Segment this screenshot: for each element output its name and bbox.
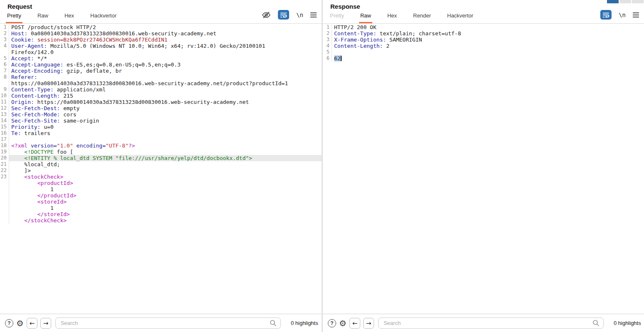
- request-panel: Request Pretty Raw Hex Hackvertor: [0, 0, 322, 332]
- code-line: </storeId>: [0, 211, 322, 217]
- settings-gear-icon[interactable]: ⚙: [339, 318, 347, 328]
- line-number: 16: [0, 130, 9, 136]
- code-line: 2Host: 0a080014030a3d378313238d00830016.…: [0, 30, 322, 37]
- response-search-input[interactable]: [378, 317, 604, 329]
- settings-gear-icon[interactable]: ⚙: [16, 318, 24, 328]
- response-tab-raw[interactable]: Raw: [359, 11, 372, 23]
- line-number: [0, 186, 9, 192]
- line-number: 22: [0, 167, 9, 174]
- previous-match-button[interactable]: ←: [27, 318, 37, 329]
- request-tabs: Pretty Raw Hex Hackvertor: [6, 11, 118, 23]
- next-match-button[interactable]: →: [363, 318, 374, 329]
- word-wrap-toggle-icon[interactable]: [278, 10, 289, 20]
- editor-menu-icon[interactable]: [310, 12, 317, 17]
- request-title: Request: [7, 3, 32, 10]
- line-number: 3: [323, 37, 332, 43]
- code-line: 13Sec-Fetch-Mode: cors: [0, 111, 322, 118]
- help-icon[interactable]: ?: [328, 319, 336, 327]
- response-title: Response: [330, 3, 360, 10]
- search-icon[interactable]: [592, 320, 599, 327]
- line-number: 23: [0, 174, 9, 180]
- code-line: 19 <!DOCTYPE foo [: [0, 149, 322, 155]
- code-line: 1: [0, 186, 322, 192]
- line-number: [0, 80, 9, 86]
- code-line: 3Cookie: session=Bzk8POzr2746JCWSHcbKQa6…: [0, 37, 322, 43]
- window-layout-segmented-control: [607, 0, 644, 3]
- code-line: https://0a080014030a3d378313238d00830016…: [0, 80, 322, 86]
- show-newlines-icon[interactable]: \n: [296, 12, 303, 18]
- line-number: 10: [0, 93, 9, 99]
- line-number: [0, 192, 9, 199]
- code-line: 4User-Agent: Mozilla/5.0 (Windows NT 10.…: [0, 43, 322, 49]
- request-tab-hackvertor[interactable]: Hackvertor: [89, 11, 118, 23]
- previous-match-button[interactable]: ←: [349, 318, 360, 329]
- code-line: Firefox/142.0: [0, 49, 322, 55]
- line-number: 19: [0, 149, 9, 155]
- response-editor-toolbar: \n: [600, 10, 639, 20]
- response-search-bar: ? ⚙ ← → 0 highlights: [323, 314, 644, 332]
- line-number: 3: [0, 37, 9, 43]
- response-editor[interactable]: 1HTTP/2 200 OK2Content-Type: text/plain;…: [323, 24, 644, 314]
- hide-content-eye-off-icon[interactable]: [262, 11, 271, 19]
- line-number: 2: [323, 30, 332, 37]
- line-number: 7: [0, 68, 9, 74]
- line-number: 12: [0, 105, 9, 111]
- response-tab-render[interactable]: Render: [412, 11, 432, 23]
- word-wrap-toggle-icon[interactable]: [600, 10, 612, 20]
- code-line: 3X-Frame-Options: SAMEORIGIN: [323, 37, 644, 43]
- code-line: 9Content-Type: application/xml: [0, 86, 322, 93]
- line-number: 13: [0, 111, 9, 118]
- code-line: 1HTTP/2 200 OK: [323, 24, 644, 30]
- line-number: 14: [0, 118, 9, 124]
- line-number: 6: [0, 61, 9, 68]
- response-tab-pretty[interactable]: Pretty: [329, 11, 345, 23]
- request-tab-pretty[interactable]: Pretty: [6, 11, 22, 23]
- request-tab-hex[interactable]: Hex: [63, 11, 75, 23]
- editor-menu-icon[interactable]: [633, 12, 639, 17]
- line-number: 15: [0, 124, 9, 130]
- line-number: 1: [0, 24, 9, 30]
- request-editor[interactable]: 1POST /product/stock HTTP/22Host: 0a0800…: [0, 24, 322, 314]
- help-icon[interactable]: ?: [5, 319, 13, 327]
- search-icon[interactable]: [270, 320, 277, 327]
- code-line: 662: [323, 55, 644, 61]
- request-editor-toolbar: \n: [262, 10, 317, 20]
- line-number: 6: [323, 55, 332, 61]
- response-tab-hex[interactable]: Hex: [386, 11, 398, 23]
- code-line: <storeId>: [0, 199, 322, 205]
- line-number: 18: [0, 143, 9, 149]
- code-line: 22 ]>: [0, 167, 322, 174]
- layout-segment[interactable]: [632, 0, 644, 3]
- code-line: 1POST /product/stock HTTP/2: [0, 24, 322, 30]
- code-line: 15Priority: u=0: [0, 124, 322, 130]
- request-search-input[interactable]: [55, 317, 281, 329]
- code-line: 4Content-Length: 2: [323, 43, 644, 49]
- request-highlight-count: 0 highlights: [291, 320, 318, 326]
- line-number: 17: [0, 136, 9, 143]
- code-line: 5Accept: */*: [0, 55, 322, 61]
- code-line: 11Origin: https://0a080014030a3d37831323…: [0, 99, 322, 105]
- layout-segment[interactable]: [607, 0, 619, 3]
- layout-segment[interactable]: [619, 0, 631, 3]
- request-header: Request Pretty Raw Hex Hackvertor: [0, 0, 322, 24]
- code-line: 20 <!ENTITY % local_dtd SYSTEM "file:///…: [0, 155, 322, 161]
- code-line: 8Referer:: [0, 74, 322, 80]
- code-line: </stockCheck>: [0, 217, 322, 224]
- code-line: 12Sec-Fetch-Dest: empty: [0, 105, 322, 111]
- line-number: 21: [0, 161, 9, 167]
- code-line: 1: [0, 205, 322, 211]
- code-line: 21 %local_dtd;: [0, 161, 322, 167]
- code-line: <productId>: [0, 180, 322, 186]
- code-line: 16Te: trailers: [0, 130, 322, 136]
- code-line: 2Content-Type: text/plain; charset=utf-8: [323, 30, 644, 37]
- line-number: [0, 205, 9, 211]
- line-number: 4: [323, 43, 332, 49]
- line-number: 2: [0, 30, 9, 37]
- request-tab-raw[interactable]: Raw: [36, 11, 50, 23]
- next-match-button[interactable]: →: [40, 318, 51, 329]
- response-highlight-count: 0 highlights: [614, 320, 641, 326]
- code-line: 10Content-Length: 215: [0, 93, 322, 99]
- response-tab-hackvertor[interactable]: Hackvertor: [446, 11, 475, 23]
- code-line: 17: [0, 136, 322, 143]
- show-newlines-icon[interactable]: \n: [619, 12, 626, 18]
